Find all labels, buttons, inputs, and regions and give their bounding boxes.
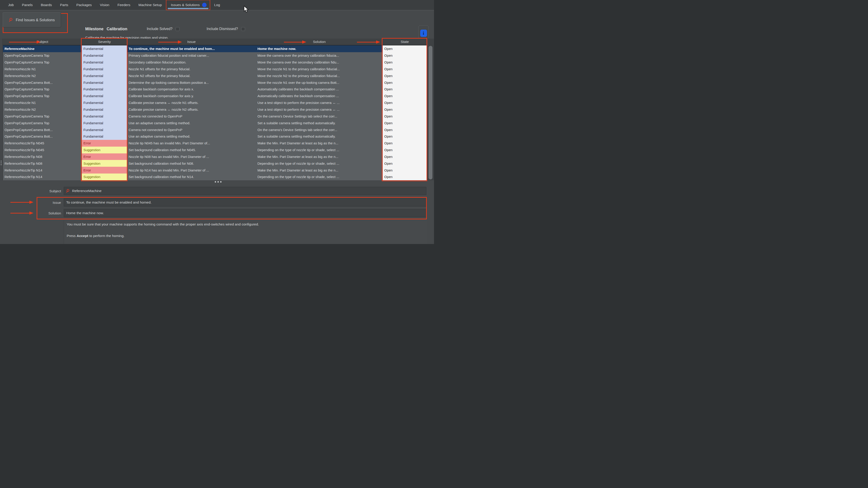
issue-field[interactable]: To continue, the machine must be enabled… (64, 198, 426, 206)
panel-splitter-vertical[interactable] (0, 39, 3, 180)
cell-severity[interactable]: Fundamental (82, 133, 127, 140)
cell-solution[interactable]: Set a suitable camera settling method au… (256, 120, 383, 126)
cell-state[interactable]: Open (383, 160, 427, 167)
cell-solution[interactable]: Automatically calibrates the backlash co… (256, 93, 383, 99)
table-row[interactable]: OpenPnpCaptureCamera Top Fundamental Use… (3, 120, 427, 126)
cell-subject[interactable]: ReferenceNozzleTip N045 (3, 140, 82, 147)
cell-severity[interactable]: Suggestion (82, 160, 127, 167)
cell-issue[interactable]: Calibrate backlash compensation for axis… (127, 93, 256, 99)
cell-state[interactable]: Open (383, 147, 427, 153)
cell-subject[interactable]: OpenPnpCaptureCamera Top (3, 86, 82, 93)
cell-state[interactable]: Open (383, 86, 427, 93)
cell-state[interactable]: Open (383, 113, 427, 120)
cell-severity[interactable]: Fundamental (82, 126, 127, 133)
tab-parts[interactable]: Parts (56, 0, 72, 10)
table-row[interactable]: ReferenceNozzleTip N14 Error Nozzle tip … (3, 167, 427, 173)
tab-vision[interactable]: Vision (96, 0, 114, 10)
cell-state[interactable]: Open (383, 133, 427, 140)
cell-severity[interactable]: Fundamental (82, 59, 127, 66)
cell-solution[interactable]: Move the nozzle N2 to the primary calibr… (256, 72, 383, 79)
cell-subject[interactable]: OpenPnpCaptureCamera Bott... (3, 133, 82, 140)
cell-severity[interactable]: Fundamental (82, 120, 127, 126)
cell-issue[interactable]: Calibrate backlash compensation for axis… (127, 86, 256, 93)
tab-machine-setup[interactable]: Machine Setup (134, 0, 166, 10)
column-header-solution[interactable]: Solution (256, 39, 383, 45)
cell-subject[interactable]: OpenPnpCaptureCamera Top (3, 113, 82, 120)
table-row[interactable]: OpenPnpCaptureCamera Top Fundamental Cal… (3, 93, 427, 99)
find-issues-button[interactable]: Find Issues & Solutions (3, 12, 61, 27)
cell-subject[interactable]: OpenPnpCaptureCamera Top (3, 52, 82, 59)
cell-state[interactable]: Open (383, 99, 427, 106)
cell-subject[interactable]: ReferenceNozzleTip N08 (3, 153, 82, 160)
cell-subject[interactable]: ReferenceNozzle N2 (3, 72, 82, 79)
table-row[interactable]: ReferenceNozzleTip N08 Error Nozzle tip … (3, 153, 427, 160)
cell-severity[interactable]: Error (82, 153, 127, 160)
table-row[interactable]: ReferenceNozzle N2 Fundamental Nozzle N2… (3, 72, 427, 79)
cell-subject[interactable]: OpenPnpCaptureCamera Top (3, 59, 82, 66)
table-row[interactable]: OpenPnpCaptureCamera Top Fundamental Pri… (3, 52, 427, 59)
cell-issue[interactable]: Nozzle N2 offsets for the primary fiduci… (127, 72, 256, 79)
cell-issue[interactable]: Camera not connected to OpenPnP (127, 126, 256, 133)
cell-issue[interactable]: Camera not connected to OpenPnP (127, 113, 256, 120)
tab-issues-solutions[interactable]: Issues & Solutions (166, 0, 210, 10)
cell-state[interactable]: Open (383, 106, 427, 113)
cell-subject[interactable]: ReferenceNozzleTip N08 (3, 160, 82, 167)
cell-solution[interactable]: On the camera's Device Settings tab sele… (256, 113, 383, 120)
cell-subject[interactable]: ReferenceNozzle N2 (3, 106, 82, 113)
cell-state[interactable]: Open (383, 167, 427, 173)
cell-solution[interactable]: Home the machine now. (256, 45, 383, 52)
cell-solution[interactable]: Make the Min. Part Diameter at least as … (256, 167, 383, 173)
tab-boards[interactable]: Boards (37, 0, 56, 10)
cell-issue[interactable]: Nozzle N1 offsets for the primary fiduci… (127, 66, 256, 72)
include-solved-checkbox[interactable] (176, 27, 180, 31)
cell-severity[interactable]: Error (82, 140, 127, 147)
cell-solution[interactable]: Depending on the type of nozzle tip or s… (256, 147, 383, 153)
table-row[interactable]: OpenPnpCaptureCamera Top Fundamental Cam… (3, 113, 427, 120)
cell-issue[interactable]: Use an adaptive camera settling method. (127, 120, 256, 126)
column-header-subject[interactable]: Subject (3, 39, 82, 45)
cell-issue[interactable]: Determine the up-looking camera Bottom p… (127, 79, 256, 86)
table-scrollbar[interactable] (428, 39, 433, 180)
table-row[interactable]: ReferenceNozzle N2 Fundamental Calibrate… (3, 106, 427, 113)
scrollbar-thumb[interactable] (429, 46, 432, 180)
cell-subject[interactable]: ReferenceMachine (3, 45, 82, 52)
cell-severity[interactable]: Fundamental (82, 93, 127, 99)
include-dismissed-checkbox[interactable] (241, 27, 245, 31)
cell-subject[interactable]: ReferenceNozzleTip N045 (3, 147, 82, 153)
cell-severity[interactable]: Fundamental (82, 45, 127, 52)
table-row[interactable]: OpenPnpCaptureCamera Bott... Fundamental… (3, 126, 427, 133)
cell-severity[interactable]: Fundamental (82, 86, 127, 93)
table-row[interactable]: OpenPnpCaptureCamera Top Fundamental Sec… (3, 59, 427, 66)
cell-severity[interactable]: Fundamental (82, 99, 127, 106)
cell-subject[interactable]: OpenPnpCaptureCamera Bott... (3, 126, 82, 133)
cell-solution[interactable]: Depending on the type of nozzle tip or s… (256, 160, 383, 167)
cell-issue[interactable]: Secondary calibration fiducial position. (127, 59, 256, 66)
cell-state[interactable]: Open (383, 72, 427, 79)
table-row[interactable]: ReferenceNozzleTip N08 Suggestion Set ba… (3, 160, 427, 167)
cell-issue[interactable]: To continue, the machine must be enabled… (127, 45, 256, 52)
subject-field[interactable]: ReferenceMachine (64, 187, 426, 195)
solution-field[interactable]: Home the machine now. (64, 209, 426, 217)
cell-solution[interactable]: Set a suitable camera settling method au… (256, 133, 383, 140)
cell-subject[interactable]: ReferenceNozzle N1 (3, 66, 82, 72)
cell-severity[interactable]: Fundamental (82, 72, 127, 79)
cell-solution[interactable]: Make the Min. Part Diameter at least as … (256, 153, 383, 160)
cell-severity[interactable]: Fundamental (82, 79, 127, 86)
cell-state[interactable]: Open (383, 79, 427, 86)
cell-solution[interactable]: Depending on the type of nozzle tip or s… (256, 173, 383, 180)
table-row[interactable]: ReferenceNozzleTip N045 Error Nozzle tip… (3, 140, 427, 147)
tab-panels[interactable]: Panels (18, 0, 37, 10)
cell-solution[interactable]: On the camera's Device Settings tab sele… (256, 126, 383, 133)
table-row[interactable]: ReferenceNozzleTip N14 Suggestion Set ba… (3, 173, 427, 180)
cell-severity[interactable]: Suggestion (82, 147, 127, 153)
cell-solution[interactable]: Use a test object to perform the precisi… (256, 99, 383, 106)
cell-solution[interactable]: Use a test object to perform the precisi… (256, 106, 383, 113)
cell-subject[interactable]: OpenPnpCaptureCamera Top (3, 93, 82, 99)
cell-issue[interactable]: Set background calibration method for N0… (127, 160, 256, 167)
cell-issue[interactable]: Nozzle tip N14 has an invalid Min. Part … (127, 167, 256, 173)
tab-job[interactable]: Job (4, 0, 18, 10)
cell-state[interactable]: Open (383, 52, 427, 59)
cell-state[interactable]: Open (383, 120, 427, 126)
cell-severity[interactable]: Fundamental (82, 52, 127, 59)
cell-subject[interactable]: ReferenceNozzleTip N14 (3, 173, 82, 180)
